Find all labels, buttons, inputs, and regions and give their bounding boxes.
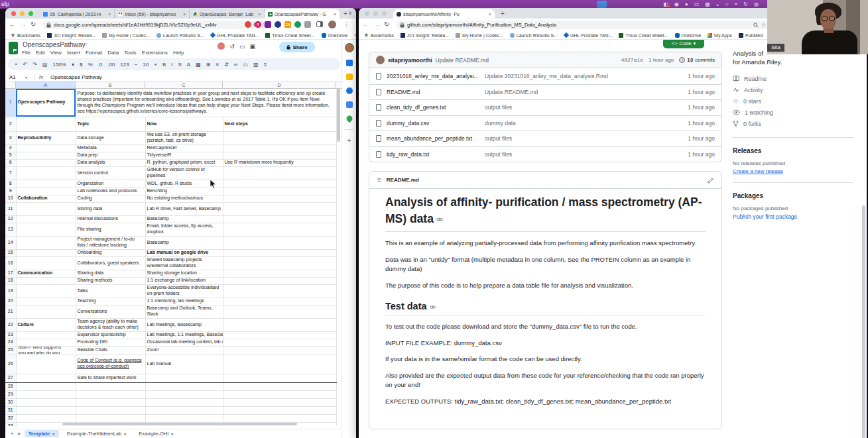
cell-d[interactable]: Use R markdown more frequently: [223, 159, 336, 166]
selected-cell-a1[interactable]: Openscapes Pathway: [16, 89, 76, 117]
cell-b[interactable]: Team agency (ability to make decisions &…: [76, 318, 145, 331]
cell-c[interactable]: Lab manual: [145, 354, 223, 374]
cell-d[interactable]: [223, 382, 336, 390]
bookmark-item[interactable]: My Home | Codec...: [102, 33, 150, 38]
file-row[interactable]: 20231018_ariley_ms_data_analysi... Updat…: [369, 68, 721, 84]
cell-c[interactable]: Now: [145, 117, 223, 131]
cell-a[interactable]: [16, 382, 76, 390]
cell-a[interactable]: [16, 284, 76, 298]
cell-b[interactable]: [76, 406, 145, 414]
sidebar-item-watching[interactable]: 1 watching: [733, 107, 853, 118]
extension-icon[interactable]: R: [255, 21, 261, 28]
bookmark-item[interactable]: Tmux Cheat Sheet...: [265, 33, 314, 38]
row-number[interactable]: 28: [5, 382, 16, 390]
bookmark-item[interactable]: OneDrive: [322, 33, 348, 38]
cell-b[interactable]: Project management / to-do lists / miles…: [76, 236, 145, 249]
toolbar-icon[interactable]: .00: [107, 62, 115, 68]
file-row[interactable]: README.md Update README.md 1 hour ago: [369, 84, 721, 100]
row-number[interactable]: 32: [5, 414, 16, 422]
create-release-link[interactable]: Create a new release: [733, 168, 853, 174]
cell-c[interactable]: Zoom: [145, 346, 223, 354]
page-scrollbar[interactable]: [862, 205, 865, 438]
search-in-url-icon[interactable]: [753, 23, 759, 28]
cell-b[interactable]: File sharing: [76, 223, 145, 236]
file-commit-message[interactable]: output files: [485, 151, 675, 158]
toolbar-icon[interactable]: ▤: [42, 62, 48, 68]
back-button[interactable]: ←: [9, 21, 16, 28]
toolbar-icon[interactable]: 123: [120, 62, 129, 68]
tab-close-icon[interactable]: ×: [183, 12, 186, 17]
cell-b[interactable]: Promoting DEI: [76, 339, 145, 346]
cell-c[interactable]: Lab manual on google drive: [145, 249, 223, 256]
cell-d[interactable]: [223, 152, 336, 159]
sheets-logo-icon[interactable]: [9, 42, 18, 54]
forward-button[interactable]: →: [20, 21, 27, 28]
cell-c[interactable]: Sharing storage location: [145, 270, 223, 277]
name-box[interactable]: A1: [5, 74, 25, 80]
cell-d[interactable]: [223, 223, 336, 236]
cell-b[interactable]: Onboarding: [76, 249, 145, 256]
cell-b[interactable]: Safe to share imperfect work: [76, 374, 145, 382]
toolbar-icon[interactable]: .0: [98, 62, 103, 68]
toolbar-icon[interactable]: ∞: [234, 62, 238, 68]
share-button[interactable]: Share: [279, 42, 315, 52]
tab-close-icon[interactable]: ×: [334, 12, 336, 17]
browser-menu-icon[interactable]: ⋮: [343, 21, 349, 28]
tab-close-icon[interactable]: ×: [108, 12, 111, 17]
cell-a[interactable]: [16, 144, 76, 152]
cell-d[interactable]: [223, 277, 336, 284]
cell-b[interactable]: Data prep: [76, 152, 145, 159]
toolbar-icon[interactable]: ↶: [23, 62, 27, 68]
menubar-active-app-icon[interactable]: [597, 1, 607, 8]
menu-item[interactable]: Help: [173, 50, 184, 56]
toolbar-icon[interactable]: S: [178, 62, 182, 68]
cell-c[interactable]: Occasional lab meeting content, lab valu…: [145, 339, 223, 346]
menu-item[interactable]: File: [22, 50, 31, 56]
cell-c[interactable]: Tidyverse/R: [145, 152, 223, 159]
toolbar-icon[interactable]: B: [162, 62, 166, 68]
cell-b[interactable]: Organization: [76, 180, 145, 188]
cell-a[interactable]: [16, 398, 76, 406]
menubar-status-icon[interactable]: ●: [685, 2, 688, 7]
row-number[interactable]: 5: [5, 152, 16, 159]
toolbar-icon[interactable]: ⌕: [15, 61, 17, 68]
cell-a[interactable]: Communication: [16, 270, 76, 277]
cell-b[interactable]: Collaborators, guest speakers: [76, 256, 145, 270]
menubar-status-icon[interactable]: ◒: [716, 2, 719, 7]
cell-d[interactable]: [223, 166, 336, 180]
profile-avatar[interactable]: [328, 21, 336, 28]
commit-author[interactable]: sitapriyamoorthi: [388, 57, 432, 64]
extension-icon[interactable]: [275, 21, 281, 28]
contacts-icon[interactable]: [346, 101, 353, 108]
url-bar[interactable]: docs.google.com/spreadsheets/d/1eA1htt95…: [42, 21, 270, 29]
menubar-status-icon[interactable]: ○: [725, 2, 729, 7]
row-number[interactable]: 6: [5, 159, 16, 166]
bookmark-item[interactable]: GHL Prostate TAN...: [564, 33, 612, 38]
row-number[interactable]: 19: [5, 284, 16, 298]
file-commit-message[interactable]: output files: [485, 135, 675, 142]
cell-c[interactable]: 1:1 mentoring, lab meetings: [145, 298, 223, 305]
cell-b[interactable]: Version control: [76, 166, 145, 180]
cell-a[interactable]: [16, 202, 76, 215]
star-document-icon[interactable]: ☆: [84, 42, 90, 47]
toolbar-icon[interactable]: ⊞: [206, 62, 211, 68]
toolbar-icon[interactable]: ▦: [196, 62, 201, 68]
cell-d[interactable]: [223, 406, 336, 414]
cell-a[interactable]: [16, 354, 76, 374]
sidebar-item-activity[interactable]: Activity: [733, 84, 853, 95]
row-number[interactable]: 11: [5, 202, 16, 215]
browser-tab[interactable]: 05_CallAgenda [ 2023-In ×: [40, 9, 115, 19]
sidebar-item-readme[interactable]: Readme: [733, 73, 853, 84]
file-row[interactable]: mean_abundance_per_peptide.txt output fi…: [369, 131, 721, 146]
bookmark-item[interactable]: GHL Prostate TAN...: [211, 33, 259, 38]
bookmark-item[interactable]: JCI Insight: Resea...: [47, 33, 95, 38]
toolbar-icon[interactable]: A: [187, 62, 190, 68]
browser-tab[interactable]: sitapriyamoorthi/Affinity_Pu ×: [393, 9, 495, 19]
file-row[interactable]: dummy_data.csv dummy data 1 hour ago: [369, 115, 721, 131]
collaborator-avatar[interactable]: [217, 42, 225, 50]
minimize-window-button[interactable]: [20, 11, 25, 16]
row-number[interactable]: 17: [5, 270, 16, 277]
menu-item[interactable]: Format: [86, 50, 102, 56]
cell-a[interactable]: [16, 305, 76, 318]
cell-b[interactable]: Conversations: [76, 305, 145, 318]
